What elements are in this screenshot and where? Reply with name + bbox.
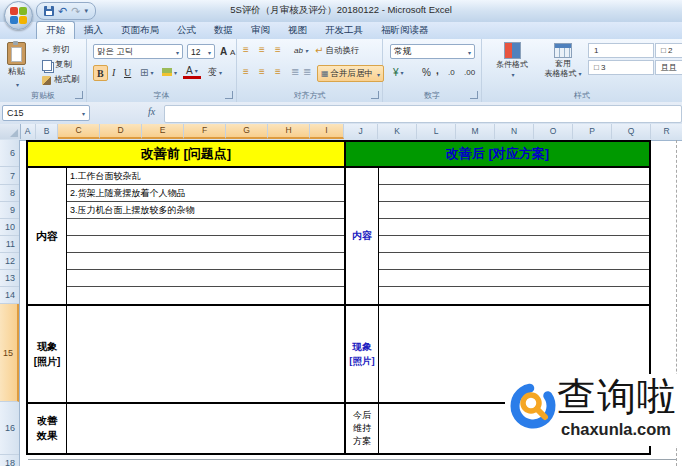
orientation-button[interactable]: ab — [291, 43, 311, 57]
row-header-6[interactable]: 6 — [0, 140, 19, 167]
tab-home[interactable]: 开始 — [36, 21, 75, 39]
col-header-B[interactable]: B — [36, 124, 58, 139]
tab-insert[interactable]: 插入 — [75, 22, 112, 39]
col-header-N[interactable]: N — [495, 124, 534, 139]
format-as-table-button[interactable]: 套用 表格格式 — [540, 43, 586, 79]
phonetic-guide-button[interactable]: 变 — [205, 65, 225, 79]
col-header-H[interactable]: H — [268, 124, 310, 139]
tab-view[interactable]: 视图 — [279, 22, 316, 39]
cell-style-item[interactable]: 1 — [588, 43, 654, 58]
align-left-icon[interactable]: ≡ — [243, 66, 249, 78]
col-header-P[interactable]: P — [573, 124, 612, 139]
align-top-icon[interactable]: ≡ — [243, 44, 249, 56]
italic-button[interactable]: I — [109, 65, 118, 79]
row-header-15[interactable]: 15 — [0, 304, 19, 402]
photo-label-right-cell[interactable]: 现象 [照片] — [346, 306, 378, 402]
effect-content-cell[interactable] — [67, 404, 344, 453]
number-group: 常规 ¥ % , .0 .00 数字 — [383, 39, 482, 102]
col-header-Q[interactable]: Q — [612, 124, 651, 139]
align-right-icon[interactable]: ≡ — [275, 66, 281, 78]
insert-function-icon[interactable]: fx — [148, 106, 155, 117]
font-size-select[interactable]: 12 — [187, 44, 215, 59]
number-dialog-launcher[interactable] — [470, 91, 478, 99]
content-label-left-cell[interactable]: 内容 — [28, 168, 66, 304]
cell-style-item[interactable]: 且且 — [655, 60, 682, 75]
problem-item-1[interactable]: 1.工作台面较杂乱 — [70, 168, 141, 185]
percent-style-button[interactable]: % — [419, 65, 434, 79]
col-header-C[interactable]: C — [58, 124, 100, 139]
increase-decimal-button[interactable]: .0 — [445, 65, 458, 79]
paste-button[interactable]: 粘贴 — [7, 42, 26, 89]
format-painter-button[interactable]: 格式刷 — [42, 74, 80, 86]
align-middle-icon[interactable]: ≡ — [259, 44, 265, 56]
tab-formulas[interactable]: 公式 — [168, 22, 205, 39]
comma-style-button[interactable]: , — [433, 63, 442, 77]
col-header-M[interactable]: M — [456, 124, 495, 139]
col-header-A[interactable]: A — [20, 124, 36, 139]
select-all-corner[interactable] — [0, 124, 21, 139]
office-button[interactable] — [4, 1, 33, 30]
tab-developer[interactable]: 开发工具 — [316, 22, 372, 39]
tab-foxit-reader[interactable]: 福昕阅读器 — [372, 22, 438, 39]
plan-label-cell[interactable]: 今后 维持 方案 — [346, 404, 378, 453]
row-header-9[interactable]: 9 — [0, 202, 19, 219]
cut-button[interactable]: ✂ 剪切 — [42, 44, 70, 56]
accounting-format-button[interactable]: ¥ — [390, 65, 407, 79]
col-header-K[interactable]: K — [378, 124, 417, 139]
content-label-right-cell[interactable]: 内容 — [346, 168, 378, 304]
problem-item-2[interactable]: 2.货架上随意摆放着个人物品 — [70, 185, 186, 202]
row-header-13[interactable]: 13 — [0, 270, 19, 287]
paste-dropdown-icon[interactable] — [14, 79, 19, 89]
alignment-dialog-launcher[interactable] — [371, 91, 379, 99]
row-header-14[interactable]: 14 — [0, 287, 19, 304]
font-dialog-launcher[interactable] — [225, 91, 233, 99]
row-header-12[interactable]: 12 — [0, 253, 19, 270]
tab-review[interactable]: 审阅 — [242, 22, 279, 39]
name-box[interactable]: C15 — [2, 105, 90, 121]
number-format-select[interactable]: 常规 — [390, 44, 475, 59]
row-header-16[interactable]: 16 — [0, 402, 19, 455]
problem-item-3[interactable]: 3.压力机台面上摆放较多的杂物 — [70, 202, 195, 219]
conditional-formatting-button[interactable]: 条件格式 — [486, 42, 538, 80]
bold-button[interactable]: B — [93, 65, 108, 81]
underline-button[interactable]: U — [121, 65, 134, 79]
cell-style-item[interactable]: □ 3 — [588, 60, 654, 75]
cell-style-item[interactable]: □ 2 — [655, 43, 682, 58]
font-name-select[interactable]: 맑은 고딕 — [93, 44, 183, 59]
col-header-F[interactable]: F — [184, 124, 226, 139]
row-header-10[interactable]: 10 — [0, 219, 19, 236]
merge-center-button[interactable]: ▦ 合并后居中 — [317, 65, 384, 82]
font-color-button[interactable]: A — [183, 65, 201, 79]
col-header-R[interactable]: R — [651, 124, 682, 139]
borders-button[interactable]: ⊞ — [137, 65, 156, 79]
align-center-icon[interactable]: ≡ — [259, 66, 265, 78]
tab-data[interactable]: 数据 — [205, 22, 242, 39]
col-header-J[interactable]: J — [344, 124, 378, 139]
row-header-11[interactable]: 11 — [0, 236, 19, 253]
copy-button[interactable]: 复制 — [42, 59, 72, 71]
before-header-cell[interactable]: 改善前 [问题点] — [28, 142, 344, 166]
col-header-I[interactable]: I — [310, 124, 344, 139]
after-header-cell[interactable]: 改善后 [对应方案] — [346, 142, 649, 166]
row-header-7[interactable]: 7 — [0, 167, 19, 185]
effect-label-cell[interactable]: 改善 效果 — [28, 404, 66, 453]
wrap-text-button[interactable]: ↵ 自动换行 — [315, 45, 359, 57]
col-header-E[interactable]: E — [142, 124, 184, 139]
col-header-O[interactable]: O — [534, 124, 573, 139]
fill-color-button[interactable] — [159, 65, 180, 79]
name-box-dropdown-icon[interactable] — [80, 108, 85, 118]
col-header-D[interactable]: D — [100, 124, 142, 139]
row-header-8[interactable]: 8 — [0, 185, 19, 202]
selected-photo-cell[interactable] — [67, 306, 344, 402]
align-bottom-icon[interactable]: ≡ — [275, 44, 281, 56]
row-header-18[interactable]: 18 — [0, 459, 19, 466]
increase-indent-icon[interactable]: ≣ — [303, 66, 311, 78]
tab-page-layout[interactable]: 页面布局 — [112, 22, 168, 39]
clipboard-dialog-launcher[interactable] — [75, 91, 83, 99]
decrease-decimal-button[interactable]: .00 — [461, 65, 478, 79]
photo-label-left-cell[interactable]: 现象 [照片] — [28, 306, 66, 402]
col-header-G[interactable]: G — [226, 124, 268, 139]
formula-input[interactable] — [164, 105, 682, 123]
decrease-indent-icon[interactable]: ≣ — [291, 66, 299, 78]
col-header-L[interactable]: L — [417, 124, 456, 139]
